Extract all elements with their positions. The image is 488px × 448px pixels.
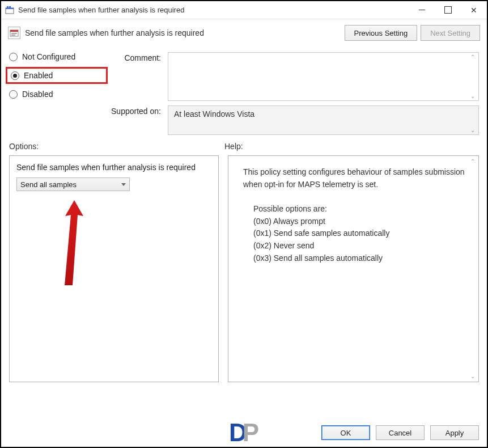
svg-rect-2	[7, 6, 9, 8]
radio-label: Not Configured	[22, 52, 75, 61]
radio-not-configured[interactable]: Not Configured	[9, 52, 104, 61]
help-pane: This policy setting configures behaviour…	[228, 155, 479, 382]
scrollbar-icon[interactable]: ⌃⌄	[469, 54, 477, 99]
help-option-2: (0x2) Never send	[253, 240, 467, 252]
policy-header: Send file samples when further analysis …	[1, 19, 487, 45]
ok-button[interactable]: OK	[321, 425, 370, 440]
help-option-1: (0x1) Send safe samples automatically	[253, 227, 467, 240]
radio-label: Enabled	[24, 71, 53, 80]
options-section-label: Options:	[9, 142, 224, 151]
policy-title: Send file samples when further analysis …	[25, 28, 204, 37]
radio-icon	[9, 90, 18, 99]
cancel-button[interactable]: Cancel	[376, 425, 425, 440]
dialog-button-bar: OK Cancel Apply	[321, 425, 479, 440]
supported-on-value: At least Windows Vista ⌄	[168, 105, 479, 135]
help-text: This policy setting configures behaviour…	[243, 166, 467, 265]
dropdown-value: Send all samples	[20, 180, 77, 189]
policy-icon	[8, 27, 20, 39]
options-pane: Send file samples when further analysis …	[9, 155, 219, 382]
watermark-d: D	[229, 422, 247, 442]
supported-on-label: Supported on:	[108, 105, 164, 116]
maximize-button[interactable]	[435, 1, 461, 19]
chevron-down-icon	[121, 183, 126, 186]
svg-marker-8	[65, 200, 83, 285]
svg-rect-6	[11, 33, 17, 34]
annotation-arrow-icon	[61, 200, 83, 285]
previous-setting-button[interactable]: Previous Setting	[345, 25, 418, 41]
radio-label: Disabled	[22, 90, 53, 99]
help-possible-label: Possible options are:	[253, 203, 467, 215]
radio-icon	[9, 53, 18, 61]
svg-rect-7	[11, 35, 15, 36]
radio-enabled[interactable]: Enabled	[6, 67, 108, 84]
minimize-button[interactable]	[409, 1, 435, 19]
watermark-logo: D P	[229, 422, 259, 442]
option-field-label: Send file samples when further analysis …	[16, 163, 211, 172]
next-setting-button[interactable]: Next Setting	[421, 25, 480, 41]
scrollbar-icon[interactable]: ⌃⌄	[469, 158, 477, 379]
app-icon	[5, 5, 15, 15]
apply-button[interactable]: Apply	[430, 425, 479, 440]
help-option-0: (0x0) Always prompt	[253, 215, 467, 228]
scrollbar-icon[interactable]: ⌄	[469, 107, 477, 133]
radio-disabled[interactable]: Disabled	[9, 90, 104, 99]
lower-panes: Send file samples when further analysis …	[1, 153, 487, 382]
svg-rect-3	[9, 6, 11, 8]
svg-rect-5	[10, 30, 18, 32]
config-grid: Not Configured Enabled Disabled Comment:…	[1, 45, 487, 138]
comment-textarea[interactable]: ⌃⌄	[168, 52, 479, 101]
titlebar: Send file samples when further analysis …	[1, 1, 487, 19]
window-controls	[409, 1, 487, 19]
help-option-3: (0x3) Send all samples automatically	[253, 252, 467, 265]
watermark-p: P	[243, 422, 259, 442]
svg-rect-1	[6, 8, 14, 9]
supported-on-text: At least Windows Vista	[174, 109, 254, 119]
window-title: Send file samples when further analysis …	[18, 6, 184, 14]
comment-label: Comment:	[108, 52, 164, 62]
state-radios: Not Configured Enabled Disabled	[9, 52, 104, 99]
close-button[interactable]	[461, 1, 487, 19]
help-intro: This policy setting configures behaviour…	[243, 166, 467, 191]
section-labels: Options: Help:	[1, 138, 487, 153]
sample-submission-dropdown[interactable]: Send all samples	[16, 177, 130, 191]
help-section-label: Help:	[224, 142, 479, 151]
radio-icon	[11, 71, 19, 80]
